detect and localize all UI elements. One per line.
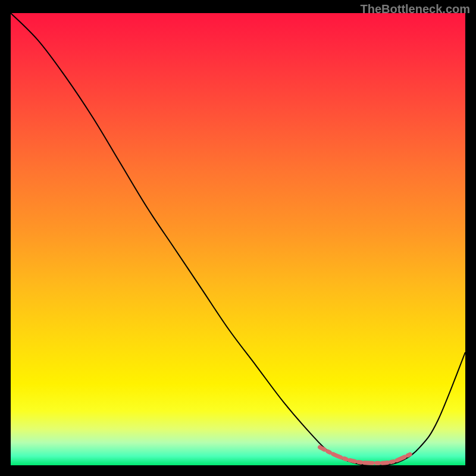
chart-svg bbox=[11, 13, 465, 465]
chart-plot-area bbox=[11, 13, 465, 465]
optimal-range-highlight bbox=[320, 447, 411, 464]
watermark-text: TheBottleneck.com bbox=[361, 2, 470, 16]
bottleneck-curve-line bbox=[11, 13, 465, 465]
